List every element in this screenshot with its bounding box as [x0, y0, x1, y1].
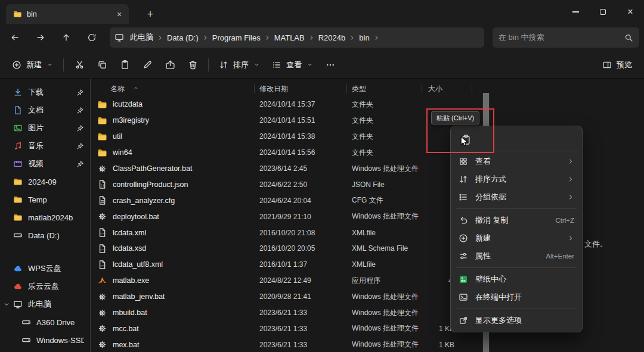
- chevron-right-icon: [567, 194, 574, 201]
- file-row[interactable]: win642024/10/14 15:56文件夹: [91, 145, 482, 161]
- sidebar-item[interactable]: 此电脑: [2, 295, 88, 313]
- column-header[interactable]: 大小: [422, 82, 472, 95]
- menu-item-label: 查看: [475, 156, 491, 167]
- file-row[interactable]: crash_analyzer.cfg2024/6/24 20:04CFG 文件: [91, 192, 482, 208]
- sidebar-item[interactable]: 乐云云盘: [2, 278, 88, 295]
- share-button[interactable]: [159, 55, 181, 75]
- chevron-right-icon[interactable]: [264, 35, 271, 41]
- gear-icon: [97, 164, 107, 174]
- gear-icon: [97, 323, 107, 334]
- minimize-icon: [572, 11, 579, 12]
- file-row[interactable]: deploytool.bat2021/9/29 21:10Windows 批处理…: [91, 208, 482, 225]
- menu-item[interactable]: 属性Alt+Enter: [453, 247, 580, 265]
- file-row[interactable]: matlab_jenv.bat2020/9/28 21:41Windows 批处…: [91, 289, 482, 305]
- menu-item[interactable]: 新建: [453, 229, 580, 247]
- chevron-right-icon[interactable]: [157, 35, 163, 41]
- sidebar-item[interactable]: Data (D:): [2, 226, 88, 244]
- tab-bin[interactable]: bin ×: [6, 4, 129, 24]
- file-row[interactable]: icutzdata2024/10/14 15:37文件夹: [91, 96, 482, 113]
- chevron-right-icon[interactable]: [202, 35, 209, 41]
- breadcrumb-item[interactable]: R2024b: [315, 32, 349, 44]
- breadcrumb-item[interactable]: Program Files: [209, 32, 264, 44]
- menu-item[interactable]: 在终端中打开: [453, 288, 580, 306]
- sidebar-item[interactable]: 下载: [2, 83, 88, 101]
- folder-icon: [13, 213, 23, 222]
- sidebar-item[interactable]: matlab2024b: [2, 208, 88, 226]
- xsd-icon: <>: [97, 244, 107, 254]
- file-row[interactable]: { }controllingProduct.json2024/6/22 2:50…: [91, 176, 482, 192]
- chevron-down-icon[interactable]: [3, 301, 10, 308]
- file-date: 2024/8/22 12:49: [255, 276, 347, 285]
- minimize-button[interactable]: [562, 0, 589, 24]
- file-row[interactable]: <>lcdata_utf8.xml2016/10/1 1:37XMLfile: [91, 257, 482, 273]
- menu-item[interactable]: 分组依据: [453, 188, 580, 206]
- file-row[interactable]: ClassPathGenerator.bat2023/6/14 2:45Wind…: [91, 161, 482, 177]
- back-button[interactable]: [5, 27, 25, 48]
- column-header[interactable]: 修改日期: [255, 82, 347, 95]
- column-header[interactable]: 类型: [347, 82, 422, 95]
- file-row[interactable]: m3iregistry2024/10/14 15:51文件夹: [91, 113, 482, 129]
- sidebar-item[interactable]: 2024-09: [2, 173, 88, 191]
- breadcrumb-item[interactable]: Data (D:): [163, 32, 202, 44]
- new-tab-button[interactable]: +: [142, 7, 159, 22]
- paste-button[interactable]: [113, 55, 136, 75]
- menu-item[interactable]: 撤消 复制Ctrl+Z: [453, 211, 580, 229]
- paste-icon: [120, 60, 130, 70]
- file-row[interactable]: util2024/10/14 15:38文件夹: [91, 129, 482, 145]
- more-button[interactable]: [319, 55, 342, 75]
- file-row[interactable]: <>lcdata.xsd2016/10/20 20:05XML Schema F…: [91, 241, 482, 257]
- search-box[interactable]: 在 bin 中搜索: [493, 27, 639, 48]
- delete-button[interactable]: [181, 55, 204, 75]
- sidebar-item-label: 文档: [28, 105, 44, 116]
- sidebar-item[interactable]: 视频: [2, 155, 88, 173]
- file-type: Windows 批处理文件: [347, 339, 422, 350]
- view-button[interactable]: 查看: [266, 55, 319, 75]
- file-row[interactable]: matlab.exe2024/8/22 12:49应用程序4,: [91, 273, 482, 289]
- sidebar-item[interactable]: 图片: [2, 119, 88, 137]
- forward-button[interactable]: [30, 27, 51, 48]
- sidebar-item[interactable]: WPS云盘: [2, 260, 88, 278]
- tab-close-icon[interactable]: ×: [113, 8, 125, 20]
- file-row[interactable]: mex.bat2023/6/21 1:33Windows 批处理文件1 KB: [91, 337, 482, 352]
- column-header[interactable]: 名称: [91, 82, 255, 95]
- file-row[interactable]: <>lcdata.xml2016/10/20 21:08XMLfile: [91, 225, 482, 241]
- menu-item[interactable]: 显示更多选项: [453, 311, 580, 329]
- file-row[interactable]: mcc.bat2023/6/21 1:33Windows 批处理文件1 KB: [91, 320, 482, 337]
- sidebar-item[interactable]: 文档: [2, 101, 88, 119]
- sidebar-item[interactable]: Windows-SSD: [2, 331, 88, 349]
- menu-item[interactable]: 查看: [453, 152, 580, 170]
- sidebar-item[interactable]: Temp: [2, 191, 88, 208]
- maximize-button[interactable]: [589, 0, 617, 24]
- sidebar-item[interactable]: A360 Drive: [2, 313, 88, 331]
- file-type: 应用程序: [347, 276, 422, 286]
- cut-button[interactable]: [68, 55, 91, 75]
- menu-item[interactable]: 排序方式: [453, 170, 580, 188]
- videos-icon: [13, 159, 23, 169]
- breadcrumb-item[interactable]: 此电脑: [126, 30, 157, 45]
- chevron-right-icon[interactable]: [373, 35, 380, 41]
- copy-button[interactable]: [91, 55, 113, 75]
- refresh-button[interactable]: [82, 27, 102, 48]
- menu-item-label: 显示更多选项: [475, 315, 522, 326]
- rename-button[interactable]: [136, 55, 159, 75]
- chevron-right-icon[interactable]: [308, 35, 315, 41]
- sidebar-item-label: A360 Drive: [36, 318, 75, 327]
- file-row[interactable]: mbuild.bat2023/6/21 1:33Windows 批处理文件: [91, 305, 482, 321]
- wallpaper-icon: [459, 275, 468, 284]
- chevron-right-icon[interactable]: [349, 35, 355, 41]
- menu-shortcut: Alt+Enter: [546, 253, 574, 260]
- gear-icon: [97, 308, 107, 318]
- sort-button[interactable]: 排序: [213, 55, 266, 75]
- sidebar-item[interactable]: 音乐: [2, 137, 88, 155]
- menu-item[interactable]: 壁纸中心: [453, 270, 580, 288]
- close-button[interactable]: ×: [617, 0, 644, 24]
- new-button[interactable]: 新建: [6, 55, 59, 75]
- breadcrumb-item[interactable]: MATLAB: [271, 32, 308, 44]
- search-icon[interactable]: [624, 33, 633, 42]
- xml-icon: <>: [97, 260, 107, 270]
- address-bar[interactable]: 此电脑Data (D:)Program FilesMATLABR2024bbin: [110, 27, 484, 48]
- up-button[interactable]: [56, 27, 76, 48]
- menu-item-label: 分组依据: [475, 192, 506, 203]
- breadcrumb-item[interactable]: bin: [355, 32, 373, 44]
- preview-button[interactable]: 预览: [596, 55, 638, 75]
